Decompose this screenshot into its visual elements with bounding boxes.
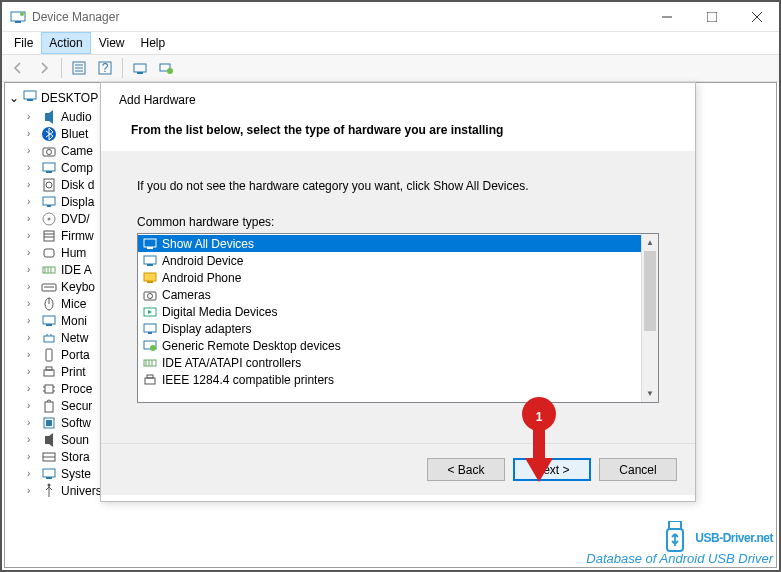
expand-icon[interactable]: ›: [27, 162, 37, 173]
svg-rect-64: [43, 469, 55, 477]
svg-rect-72: [147, 281, 153, 283]
menu-file[interactable]: File: [6, 32, 41, 54]
watermark-subtitle: Database of Android USB Driver: [586, 551, 773, 566]
watermark-title: USB-Driver.net: [695, 531, 773, 545]
svg-rect-71: [144, 273, 156, 281]
list-item[interactable]: Cameras: [138, 286, 658, 303]
scroll-down-button[interactable]: ▼: [642, 385, 658, 402]
close-button[interactable]: [734, 2, 779, 32]
scroll-thumb[interactable]: [644, 251, 656, 331]
usb-icon: [661, 521, 689, 555]
expand-icon[interactable]: ›: [27, 315, 37, 326]
list-item[interactable]: IEEE 1284.4 compatible printers: [138, 371, 658, 388]
tree-item-label: Porta: [61, 348, 90, 362]
svg-rect-70: [147, 264, 153, 266]
list-item-label: Display adapters: [162, 322, 251, 336]
menu-help[interactable]: Help: [133, 32, 174, 54]
scan-button[interactable]: [128, 57, 152, 79]
expand-icon[interactable]: ›: [27, 264, 37, 275]
scroll-up-button[interactable]: ▲: [642, 234, 658, 251]
expand-icon[interactable]: ›: [27, 383, 37, 394]
scrollbar[interactable]: ▲ ▼: [641, 234, 658, 402]
expand-icon[interactable]: ›: [27, 400, 37, 411]
printer-icon: [41, 364, 57, 380]
expand-icon[interactable]: ›: [27, 145, 37, 156]
app-icon: [10, 9, 26, 25]
mouse-icon: [41, 296, 57, 312]
tree-item-label: Came: [61, 144, 93, 158]
expand-icon[interactable]: ›: [27, 213, 37, 224]
expand-icon[interactable]: ›: [27, 332, 37, 343]
add-device-button[interactable]: [154, 57, 178, 79]
monitor-icon: [142, 236, 158, 252]
svg-rect-35: [44, 249, 54, 257]
svg-marker-76: [148, 310, 152, 314]
tree-item-label: Hum: [61, 246, 86, 260]
monitor-icon: [41, 313, 57, 329]
dialog-note: If you do not see the hardware category …: [137, 179, 659, 193]
collapse-icon[interactable]: ⌄: [9, 91, 19, 105]
svg-rect-57: [45, 402, 53, 412]
svg-rect-17: [24, 91, 36, 99]
processor-icon: [41, 381, 57, 397]
svg-rect-68: [147, 247, 153, 249]
list-item[interactable]: Digital Media Devices: [138, 303, 658, 320]
svg-rect-28: [43, 197, 55, 205]
monitor-y-icon: [142, 270, 158, 286]
media-icon: [142, 304, 158, 320]
list-item-label: Android Phone: [162, 271, 241, 285]
tree-item-label: Print: [61, 365, 86, 379]
expand-icon[interactable]: ›: [27, 451, 37, 462]
expand-icon[interactable]: ›: [27, 247, 37, 258]
menu-view[interactable]: View: [91, 32, 133, 54]
tree-item-label: Displa: [61, 195, 94, 209]
maximize-button[interactable]: [689, 2, 734, 32]
expand-icon[interactable]: ›: [27, 434, 37, 445]
expand-icon[interactable]: ›: [27, 298, 37, 309]
back-button[interactable]: < Back: [427, 458, 505, 481]
list-item-label: Digital Media Devices: [162, 305, 277, 319]
add-hardware-dialog: Add Hardware From the list below, select…: [100, 82, 696, 502]
computer-icon: [41, 160, 57, 176]
expand-icon[interactable]: ›: [27, 349, 37, 360]
expand-icon[interactable]: ›: [27, 111, 37, 122]
list-item[interactable]: Android Device: [138, 252, 658, 269]
expand-icon[interactable]: ›: [27, 281, 37, 292]
svg-rect-46: [44, 336, 54, 342]
list-item[interactable]: Show All Devices: [138, 235, 658, 252]
svg-text:?: ?: [102, 61, 109, 75]
menu-action[interactable]: Action: [41, 32, 90, 54]
properties-button[interactable]: [67, 57, 91, 79]
expand-icon[interactable]: ›: [27, 366, 37, 377]
cancel-button[interactable]: Cancel: [599, 458, 677, 481]
help-button[interactable]: ?: [93, 57, 117, 79]
tree-item-label: Firmw: [61, 229, 94, 243]
expand-icon[interactable]: ›: [27, 468, 37, 479]
list-item[interactable]: Generic Remote Desktop devices: [138, 337, 658, 354]
system-icon: [41, 466, 57, 482]
expand-icon[interactable]: ›: [27, 196, 37, 207]
hardware-list[interactable]: Show All DevicesAndroid DeviceAndroid Ph…: [137, 233, 659, 403]
expand-icon[interactable]: ›: [27, 417, 37, 428]
svg-rect-1: [15, 21, 21, 23]
disk-icon: [41, 177, 57, 193]
list-item[interactable]: Display adapters: [138, 320, 658, 337]
svg-point-80: [150, 345, 156, 351]
back-button: [6, 57, 30, 79]
list-label: Common hardware types:: [137, 215, 659, 229]
speaker-icon: [41, 109, 57, 125]
menu-bar: File Action View Help: [2, 32, 779, 54]
expand-icon[interactable]: ›: [27, 128, 37, 139]
next-button[interactable]: Next >: [513, 458, 591, 481]
svg-rect-25: [46, 171, 52, 173]
list-item[interactable]: Android Phone: [138, 269, 658, 286]
hid-icon: [41, 245, 57, 261]
display-icon: [41, 194, 57, 210]
list-item[interactable]: IDE ATA/ATAPI controllers: [138, 354, 658, 371]
minimize-button[interactable]: [644, 2, 689, 32]
expand-icon[interactable]: ›: [27, 179, 37, 190]
tree-item-label: Bluet: [61, 127, 88, 141]
camera-icon: [41, 143, 57, 159]
expand-icon[interactable]: ›: [27, 230, 37, 241]
expand-icon[interactable]: ›: [27, 485, 37, 496]
